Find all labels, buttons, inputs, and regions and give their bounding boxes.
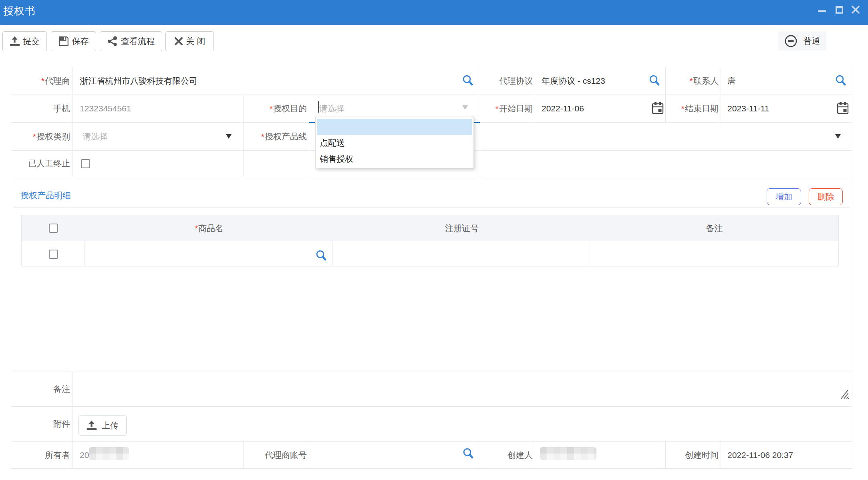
text-cursor — [318, 101, 319, 113]
owner-value: 20 — [80, 450, 89, 460]
end-date-label-text: 结束日期 — [685, 103, 719, 114]
upload-icon — [87, 420, 97, 431]
select-all-checkbox[interactable] — [49, 224, 58, 233]
required-mark: * — [261, 132, 264, 141]
auth-category-field[interactable]: 请选择 — [73, 123, 243, 150]
auth-product-line-caret-icon[interactable] — [835, 134, 841, 139]
submit-button[interactable]: 提交 — [2, 31, 47, 51]
auth-purpose-caret-icon[interactable] — [462, 105, 468, 110]
add-row-button[interactable]: 增加 — [767, 188, 801, 205]
owner-label-text: 所有者 — [45, 450, 70, 461]
upload-label: 上传 — [102, 420, 119, 431]
agent-account-search-icon[interactable] — [462, 448, 474, 461]
dropdown-option-empty[interactable] — [317, 119, 472, 135]
agent-account-field[interactable] — [309, 442, 480, 468]
columns-reg-no-text: 注册证号 — [445, 223, 479, 234]
mobile-field: 12323454561 — [73, 95, 243, 122]
resize-handle[interactable] — [840, 389, 849, 401]
start-date-field[interactable]: 2022-11-06 — [535, 95, 665, 122]
product-section-title: 授权产品明细 — [20, 190, 71, 201]
close-window-button[interactable] — [852, 6, 860, 14]
share-icon — [107, 36, 118, 46]
auth-product-line-label: *授权产品线 — [243, 123, 309, 150]
contact-label-text: 联系人 — [693, 75, 719, 87]
minimize-button[interactable] — [818, 10, 826, 12]
table-column-divider — [332, 242, 333, 266]
contact-value: 唐 — [727, 75, 736, 87]
remarks-label: 备注 — [11, 371, 72, 406]
start-date-label-text: 开始日期 — [499, 103, 533, 114]
agent-account-label: 代理商账号 — [243, 442, 309, 468]
remarks-textarea[interactable] — [73, 371, 852, 406]
row-checkbox[interactable] — [49, 250, 58, 259]
owner-value-redacted — [89, 447, 129, 460]
required-mark: * — [33, 132, 36, 141]
attachment-label-text: 附件 — [53, 418, 70, 430]
agent-value: 浙江省杭州市八骏科技有限公司 — [80, 75, 197, 87]
created-time-label: 创建时间 — [665, 442, 721, 468]
delete-row-button[interactable]: 删除 — [809, 188, 843, 205]
contact-field[interactable]: 唐 — [721, 67, 852, 95]
auth-category-label: *授权类别 — [11, 123, 72, 150]
mobile-label: 手机 — [11, 95, 72, 122]
required-mark: * — [270, 104, 273, 113]
required-mark: * — [41, 76, 44, 86]
upload-button[interactable]: 上传 — [79, 415, 127, 436]
minus-circle-icon — [785, 35, 797, 47]
column-divider — [243, 150, 244, 177]
agent-field[interactable]: 浙江省杭州市八骏科技有限公司 — [73, 67, 480, 95]
contact-search-icon[interactable] — [835, 75, 847, 88]
start-date-value: 2022-11-06 — [542, 104, 584, 113]
owner-label: 所有者 — [11, 442, 72, 468]
agent-label-text: 代理商 — [45, 75, 70, 87]
product-table: *商品名 注册证号 备注 — [21, 215, 839, 266]
agency-agreement-field[interactable]: 年度协议 - cs123 — [535, 67, 665, 95]
dropdown-option-2[interactable]: 销售授权 — [317, 151, 472, 167]
save-button[interactable]: 保存 — [51, 31, 96, 51]
dropdown-option-1[interactable]: 点配送 — [317, 135, 472, 151]
upload-icon — [10, 36, 20, 46]
end-date-value: 2023-11-11 — [727, 104, 769, 113]
agent-search-icon[interactable] — [462, 75, 474, 88]
dialog-title: 授权书 — [3, 4, 36, 18]
section-divider — [13, 207, 850, 208]
product-name-search-icon[interactable] — [315, 250, 327, 263]
header-reg-no: 注册证号 — [333, 215, 590, 241]
header-note: 备注 — [590, 215, 838, 241]
required-mark: * — [681, 104, 685, 113]
auth-purpose-dropdown: 点配送 销售授权 — [315, 117, 474, 168]
required-mark: * — [195, 224, 198, 233]
creator-label: 创建人 — [480, 442, 535, 468]
creator-value-redacted — [540, 447, 596, 460]
end-date-field[interactable]: 2023-11-11 — [721, 95, 852, 122]
agency-agreement-search-icon[interactable] — [648, 75, 661, 88]
mobile-label-text: 手机 — [53, 103, 70, 114]
created-time-label-text: 创建时间 — [685, 450, 719, 461]
save-icon — [58, 36, 69, 46]
view-flow-button[interactable]: 查看流程 — [100, 31, 162, 51]
agent-label: *代理商 — [11, 67, 72, 95]
end-date-label: *结束日期 — [665, 95, 721, 122]
required-mark: * — [690, 76, 693, 86]
close-button[interactable]: 关 闭 — [165, 31, 214, 51]
end-date-calendar-icon[interactable] — [837, 102, 849, 116]
auth-category-placeholder: 请选择 — [83, 131, 108, 142]
manually-terminated-checkbox[interactable] — [81, 159, 90, 168]
product-row — [22, 242, 838, 266]
created-time-value: 2022-11-06 20:37 — [727, 450, 793, 460]
maximize-button[interactable] — [836, 6, 843, 14]
auth-product-line-label-text: 授权产品线 — [265, 131, 307, 142]
start-date-calendar-icon[interactable] — [652, 102, 664, 116]
auth-category-caret-icon[interactable] — [226, 134, 232, 139]
mode-label: 普通 — [804, 35, 820, 46]
created-time-field: 2022-11-06 20:37 — [721, 442, 852, 468]
row-divider — [11, 177, 852, 177]
columns-note-text: 备注 — [706, 223, 723, 234]
table-column-divider — [85, 242, 85, 266]
close-label: 关 闭 — [186, 36, 205, 47]
mode-button[interactable]: 普通 — [778, 31, 826, 50]
agent-account-label-text: 代理商账号 — [265, 450, 307, 461]
start-date-label: *开始日期 — [480, 95, 535, 122]
agency-agreement-value: 年度协议 - cs123 — [542, 75, 605, 87]
mobile-value: 12323454561 — [80, 104, 131, 113]
